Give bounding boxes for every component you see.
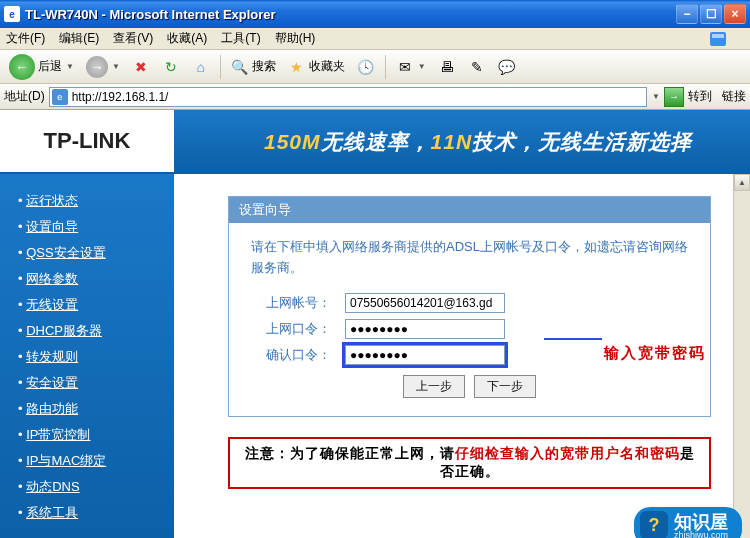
ie-throbber-icon <box>706 29 730 49</box>
chevron-down-icon: ▼ <box>66 62 74 71</box>
minimize-button[interactable]: − <box>676 4 698 24</box>
sidebar-item-bandwidth[interactable]: IP带宽控制 <box>18 426 174 444</box>
confirm-label: 确认口令： <box>251 346 331 364</box>
edit-icon: ✎ <box>468 58 486 76</box>
links-label[interactable]: 链接 <box>722 88 746 105</box>
sidebar-item-wireless[interactable]: 无线设置 <box>18 296 174 314</box>
ie-icon: e <box>4 6 20 22</box>
go-label: 转到 <box>688 88 712 105</box>
password-label: 上网口令： <box>251 320 331 338</box>
sidebar-item-status[interactable]: 运行状态 <box>18 192 174 210</box>
sidebar-nav: 运行状态 设置向导 QSS安全设置 网络参数 无线设置 DHCP服务器 转发规则… <box>0 174 174 538</box>
print-button[interactable]: 🖶 <box>433 55 461 79</box>
star-icon: ★ <box>288 58 306 76</box>
search-button[interactable]: 🔍 搜索 <box>226 55 281 79</box>
window-title: TL-WR740N - Microsoft Internet Explorer <box>25 7 676 22</box>
watermark-icon: ? <box>640 511 668 538</box>
confirm-input[interactable] <box>345 345 505 365</box>
banner-orange-2: 11N <box>431 130 473 154</box>
favorites-button[interactable]: ★ 收藏夹 <box>283 55 350 79</box>
refresh-button[interactable]: ↻ <box>157 55 185 79</box>
annotation-arrow <box>544 338 602 340</box>
prev-button[interactable]: 上一步 <box>403 375 465 398</box>
banner-text-2: 技术，无线生活新选择 <box>472 128 692 156</box>
window-titlebar: e TL-WR740N - Microsoft Internet Explore… <box>0 0 750 28</box>
menubar: 文件(F) 编辑(E) 查看(V) 收藏(A) 工具(T) 帮助(H) <box>0 28 750 50</box>
forward-button[interactable]: → ▼ <box>81 53 125 81</box>
wizard-hint: 请在下框中填入网络服务商提供的ADSL上网帐号及口令，如遗忘请咨询网络服务商。 <box>251 237 688 279</box>
menu-tools[interactable]: 工具(T) <box>221 30 260 47</box>
account-label: 上网帐号： <box>251 294 331 312</box>
separator <box>385 55 386 79</box>
sidebar-item-routing[interactable]: 路由功能 <box>18 400 174 418</box>
history-icon: 🕓 <box>357 58 375 76</box>
scrollbar-vertical[interactable]: ▲ ▼ <box>733 174 750 538</box>
stop-button[interactable]: ✖ <box>127 55 155 79</box>
watermark-name: 知识屋 <box>674 513 728 531</box>
history-button[interactable]: 🕓 <box>352 55 380 79</box>
watermark: ? 知识屋 zhishiwu.com <box>634 507 742 538</box>
addressbar: 地址(D) e ▼ → 转到 链接 <box>0 84 750 110</box>
back-icon: ← <box>9 54 35 80</box>
favorites-label: 收藏夹 <box>309 58 345 75</box>
search-label: 搜索 <box>252 58 276 75</box>
notice-part2: 仔细检查输入的宽带用户名和密码 <box>455 445 680 461</box>
discuss-icon: 💬 <box>498 58 516 76</box>
menu-help[interactable]: 帮助(H) <box>275 30 316 47</box>
menu-file[interactable]: 文件(F) <box>6 30 45 47</box>
sidebar-item-system[interactable]: 系统工具 <box>18 504 174 522</box>
mail-icon: ✉ <box>396 58 414 76</box>
home-button[interactable]: ⌂ <box>187 55 215 79</box>
menu-favorites[interactable]: 收藏(A) <box>167 30 207 47</box>
page-icon: e <box>52 89 68 105</box>
tplink-logo: TP-LINK <box>0 110 174 174</box>
address-label: 地址(D) <box>4 88 45 105</box>
banner-orange-1: 150M <box>264 130 321 154</box>
back-label: 后退 <box>38 58 62 75</box>
go-button[interactable]: → <box>664 87 684 107</box>
stop-icon: ✖ <box>132 58 150 76</box>
edit-button[interactable]: ✎ <box>463 55 491 79</box>
brand-banner: 150M 无线速率， 11N 技术，无线生活新选择 <box>174 110 750 174</box>
sidebar-item-network[interactable]: 网络参数 <box>18 270 174 288</box>
scroll-up-icon[interactable]: ▲ <box>734 174 750 191</box>
main-panel: 设置向导 请在下框中填入网络服务商提供的ADSL上网帐号及口令，如遗忘请咨询网络… <box>174 174 733 538</box>
mail-button[interactable]: ✉▼ <box>391 55 431 79</box>
password-input[interactable] <box>345 319 505 339</box>
menu-edit[interactable]: 编辑(E) <box>59 30 99 47</box>
close-button[interactable]: × <box>724 4 746 24</box>
svg-rect-1 <box>712 34 724 38</box>
wizard-box: 设置向导 请在下框中填入网络服务商提供的ADSL上网帐号及口令，如遗忘请咨询网络… <box>228 196 711 417</box>
account-input[interactable] <box>345 293 505 313</box>
brand-header: TP-LINK 150M 无线速率， 11N 技术，无线生活新选择 <box>0 110 750 174</box>
print-icon: 🖶 <box>438 58 456 76</box>
wizard-title: 设置向导 <box>229 197 710 223</box>
forward-icon: → <box>86 56 108 78</box>
next-button[interactable]: 下一步 <box>474 375 536 398</box>
address-input[interactable] <box>49 87 647 107</box>
sidebar-item-forward[interactable]: 转发规则 <box>18 348 174 366</box>
sidebar-item-security[interactable]: 安全设置 <box>18 374 174 392</box>
menu-view[interactable]: 查看(V) <box>113 30 153 47</box>
sidebar-item-qss[interactable]: QSS安全设置 <box>18 244 174 262</box>
chevron-down-icon: ▼ <box>112 62 120 71</box>
sidebar-item-ddns[interactable]: 动态DNS <box>18 478 174 496</box>
search-icon: 🔍 <box>231 58 249 76</box>
address-dropdown[interactable]: ▼ <box>652 92 660 101</box>
maximize-button[interactable]: ☐ <box>700 4 722 24</box>
separator <box>220 55 221 79</box>
discuss-button[interactable]: 💬 <box>493 55 521 79</box>
banner-text-1: 无线速率， <box>321 128 431 156</box>
notice-part1: 注意：为了确保能正常上网，请 <box>245 445 455 461</box>
back-button[interactable]: ← 后退 ▼ <box>4 51 79 83</box>
toolbar: ← 后退 ▼ → ▼ ✖ ↻ ⌂ 🔍 搜索 ★ 收藏夹 🕓 ✉▼ 🖶 ✎ 💬 <box>0 50 750 84</box>
home-icon: ⌂ <box>192 58 210 76</box>
watermark-url: zhishiwu.com <box>674 531 728 538</box>
sidebar-item-wizard[interactable]: 设置向导 <box>18 218 174 236</box>
sidebar-item-dhcp[interactable]: DHCP服务器 <box>18 322 174 340</box>
sidebar-item-ipmac[interactable]: IP与MAC绑定 <box>18 452 174 470</box>
notice-box: 注意：为了确保能正常上网，请仔细检查输入的宽带用户名和密码是否正确。 <box>228 437 711 489</box>
refresh-icon: ↻ <box>162 58 180 76</box>
